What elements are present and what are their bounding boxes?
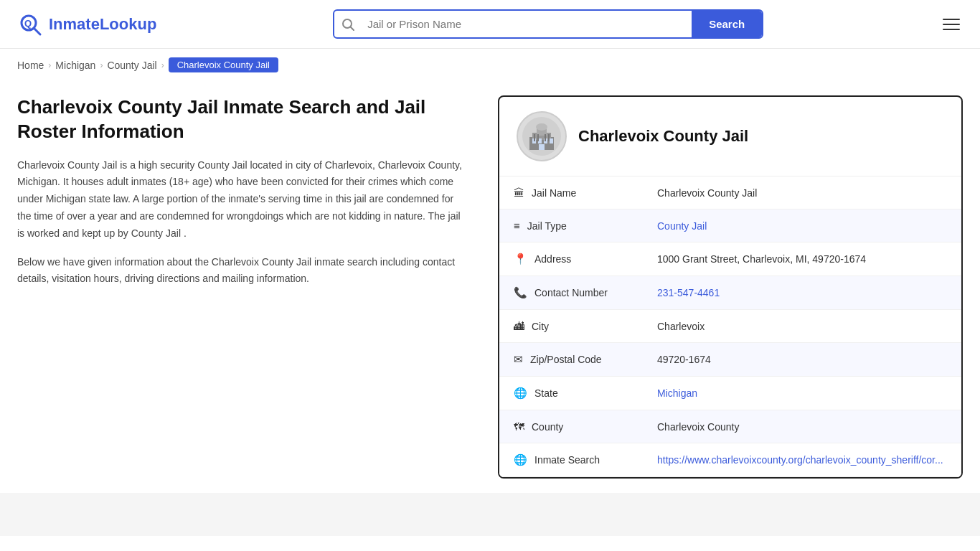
- main-content: Charlevoix County Jail Inmate Search and…: [0, 81, 980, 493]
- search-wrapper: Search: [333, 9, 763, 39]
- svg-text:Q: Q: [24, 18, 32, 29]
- field-value[interactable]: 231-547-4461: [643, 276, 961, 310]
- field-value[interactable]: https://www.charlevoixcounty.org/charlev…: [643, 443, 961, 477]
- field-value: Charlevoix County: [643, 410, 961, 443]
- field-value: 1000 Grant Street, Charlevoix, MI, 49720…: [643, 242, 961, 276]
- field-label-text: Contact Number: [534, 287, 608, 298]
- svg-point-3: [343, 19, 352, 28]
- field-link[interactable]: County Jail: [657, 220, 707, 232]
- facility-image: [522, 117, 561, 156]
- field-label-text: Zip/Postal Code: [530, 354, 602, 365]
- field-label-text: Inmate Search: [534, 454, 600, 466]
- field-label-text: Jail Name: [532, 187, 576, 199]
- table-row: 🌐Inmate Searchhttps://www.charlevoixcoun…: [499, 443, 961, 477]
- logo-text: InmateLookup: [49, 15, 156, 34]
- search-area: Search: [333, 9, 763, 39]
- field-label-text: State: [534, 387, 558, 399]
- page-title: Charlevoix County Jail Inmate Search and…: [17, 95, 462, 144]
- site-header: Q InmateLookup Search: [0, 0, 980, 49]
- field-value: 49720-1674: [643, 343, 961, 377]
- breadcrumb-sep-1: ›: [48, 60, 51, 70]
- field-icon: ✉: [514, 353, 523, 365]
- field-label: 🌐Inmate Search: [499, 443, 643, 477]
- svg-rect-17: [545, 134, 546, 141]
- field-icon: 📍: [514, 253, 527, 265]
- field-icon: 🗺: [514, 420, 524, 433]
- table-row: 📍Address1000 Grant Street, Charlevoix, M…: [499, 242, 961, 276]
- footer: [0, 493, 980, 536]
- page-desc-2: Below we have given information about th…: [17, 254, 462, 288]
- svg-point-9: [536, 123, 547, 131]
- field-value[interactable]: County Jail: [643, 209, 961, 242]
- search-button[interactable]: Search: [692, 11, 762, 37]
- breadcrumb: Home › Michigan › County Jail › Charlevo…: [0, 49, 980, 81]
- table-row: ✉Zip/Postal Code49720-1674: [499, 343, 961, 377]
- table-row: 🏛Jail NameCharlevoix County Jail: [499, 176, 961, 209]
- field-link[interactable]: Michigan: [657, 387, 697, 399]
- svg-line-4: [351, 27, 354, 30]
- field-icon: 🏛: [514, 187, 524, 199]
- field-link[interactable]: https://www.charlevoixcounty.org/charlev…: [657, 454, 943, 466]
- facility-name: Charlevoix County Jail: [578, 127, 748, 146]
- table-row: 🏙CityCharlevoix: [499, 310, 961, 343]
- field-value[interactable]: Michigan: [643, 377, 961, 410]
- field-icon: 🌐: [514, 453, 527, 466]
- breadcrumb-home[interactable]: Home: [17, 60, 44, 71]
- facility-info-table: 🏛Jail NameCharlevoix County Jail≡Jail Ty…: [499, 176, 961, 477]
- breadcrumb-sep-3: ›: [161, 60, 164, 70]
- logo[interactable]: Q InmateLookup: [17, 11, 156, 37]
- search-icon: [334, 18, 362, 31]
- facility-card: Charlevoix County Jail 🏛Jail NameCharlev…: [498, 95, 963, 479]
- field-value: Charlevoix County Jail: [643, 176, 961, 209]
- table-row: 🗺CountyCharlevoix County: [499, 410, 961, 443]
- field-label: 📍Address: [499, 242, 643, 276]
- left-panel: Charlevoix County Jail Inmate Search and…: [17, 95, 476, 479]
- svg-rect-16: [537, 134, 539, 141]
- field-icon: 🏙: [514, 320, 524, 332]
- field-value: Charlevoix: [643, 310, 961, 343]
- menu-button[interactable]: [940, 16, 963, 33]
- field-label-text: Jail Type: [527, 220, 567, 232]
- page-desc-1: Charlevoix County Jail is a high securit…: [17, 157, 462, 242]
- field-label-text: Address: [534, 253, 571, 265]
- facility-header: Charlevoix County Jail: [499, 97, 961, 176]
- breadcrumb-type[interactable]: County Jail: [107, 60, 156, 71]
- field-label-text: City: [532, 321, 549, 332]
- svg-rect-15: [534, 134, 535, 141]
- breadcrumb-current: Charlevoix County Jail: [169, 57, 278, 72]
- svg-line-1: [34, 28, 40, 34]
- breadcrumb-sep-2: ›: [100, 60, 103, 70]
- svg-rect-18: [548, 134, 550, 141]
- svg-rect-13: [550, 138, 553, 143]
- field-label: 🌐State: [499, 377, 643, 410]
- svg-rect-14: [539, 144, 545, 150]
- search-input[interactable]: [362, 11, 692, 37]
- table-row: ≡Jail TypeCounty Jail: [499, 209, 961, 242]
- field-label: 🏙City: [499, 310, 643, 343]
- field-label: 🏛Jail Name: [499, 176, 643, 209]
- field-label: 📞Contact Number: [499, 276, 643, 310]
- table-row: 🌐StateMichigan: [499, 377, 961, 410]
- facility-avatar: [517, 111, 567, 161]
- logo-icon: Q: [17, 11, 43, 37]
- field-icon: ≡: [514, 220, 520, 232]
- table-row: 📞Contact Number231-547-4461: [499, 276, 961, 310]
- field-label: ≡Jail Type: [499, 209, 643, 242]
- field-link[interactable]: 231-547-4461: [657, 287, 720, 298]
- field-label: ✉Zip/Postal Code: [499, 343, 643, 377]
- field-label-text: County: [532, 421, 563, 433]
- field-icon: 🌐: [514, 387, 527, 399]
- breadcrumb-state[interactable]: Michigan: [55, 60, 95, 71]
- field-label: 🗺County: [499, 410, 643, 443]
- field-icon: 📞: [514, 286, 527, 298]
